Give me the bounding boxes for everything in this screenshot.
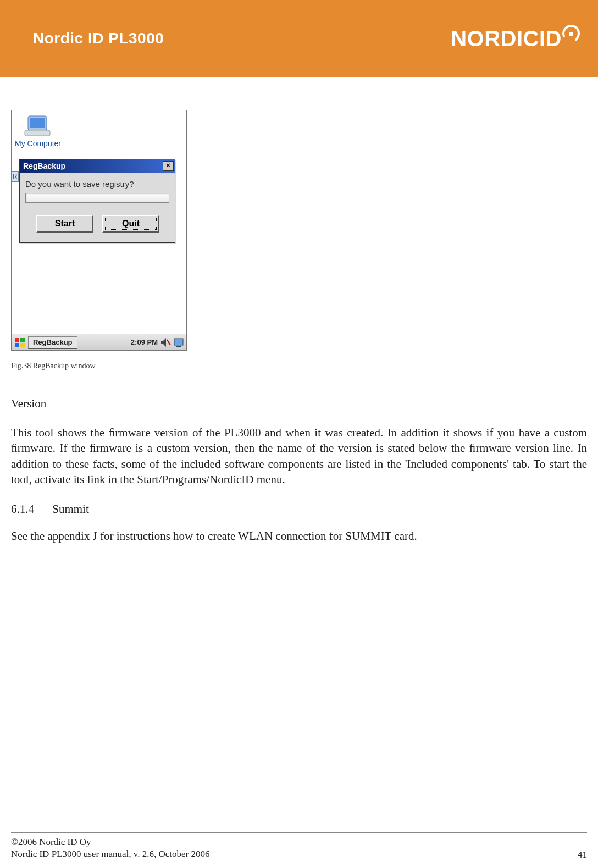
svg-rect-6	[15, 343, 19, 347]
summit-title: Summit	[52, 502, 89, 516]
dialog-message: Do you want to save registry?	[25, 179, 169, 189]
taskbar: RegBackup 2:09 PM	[12, 334, 186, 350]
r-tab[interactable]: R	[12, 171, 19, 182]
desktop-area: My Computer R RegBackup × Do you want to…	[12, 110, 186, 334]
system-tray: 2:09 PM	[131, 337, 184, 348]
svg-rect-4	[15, 338, 19, 342]
dialog-title: RegBackup	[23, 162, 65, 170]
dialog-body: Do you want to save registry? Start Quit	[20, 173, 175, 242]
svg-marker-8	[161, 338, 166, 347]
page-footer: ©2006 Nordic ID Oy Nordic ID PL3000 user…	[11, 832, 587, 860]
start-button[interactable]: Start	[36, 215, 93, 233]
version-body: This tool shows the ﬁrmware version of t…	[11, 425, 587, 487]
clock: 2:09 PM	[131, 338, 158, 346]
header-title: Nordic ID PL3000	[33, 30, 164, 47]
svg-point-0	[569, 32, 573, 36]
version-heading: Version	[11, 397, 587, 411]
screenshot-figure: My Computer R RegBackup × Do you want to…	[11, 110, 187, 351]
summit-body: See the appendix J for instructions how …	[11, 528, 587, 544]
logo-text: NORDICID	[451, 26, 562, 51]
svg-rect-10	[174, 339, 183, 345]
footer-left: ©2006 Nordic ID Oy Nordic ID PL3000 user…	[11, 836, 210, 860]
dialog-titlebar: RegBackup ×	[20, 159, 175, 173]
summit-number: 6.1.4	[11, 502, 49, 516]
logo-swirl-icon	[561, 23, 582, 42]
figure-caption: Fig.38 RegBackup window	[11, 362, 587, 371]
my-computer-label: My Computer	[15, 139, 61, 148]
page-content: My Computer R RegBackup × Do you want to…	[0, 77, 598, 544]
close-button[interactable]: ×	[163, 161, 174, 171]
desktop-tray-icon[interactable]	[173, 337, 184, 348]
svg-rect-5	[20, 338, 25, 342]
page-number: 41	[578, 849, 587, 860]
svg-rect-11	[176, 346, 181, 347]
quit-button[interactable]: Quit	[102, 215, 159, 233]
my-computer-icon[interactable]: My Computer	[15, 114, 61, 148]
computer-icon	[24, 114, 52, 138]
device-screenshot: My Computer R RegBackup × Do you want to…	[11, 110, 187, 351]
regbackup-dialog: RegBackup × Do you want to save registry…	[19, 159, 175, 243]
start-icon[interactable]	[14, 336, 26, 349]
header-bar: Nordic ID PL3000 NORDICID	[0, 0, 598, 77]
progress-bar	[25, 193, 169, 203]
summit-heading: 6.1.4 Summit	[11, 502, 587, 516]
header-logo: NORDICID	[451, 26, 582, 51]
svg-rect-2	[30, 118, 45, 128]
taskbar-app-button[interactable]: RegBackup	[28, 336, 77, 349]
footer-doc-info: Nordic ID PL3000 user manual, v. 2.6, Oc…	[11, 848, 210, 860]
footer-copyright: ©2006 Nordic ID Oy	[11, 836, 210, 848]
svg-rect-7	[20, 343, 25, 347]
svg-rect-3	[25, 130, 50, 136]
volume-mute-icon[interactable]	[160, 337, 171, 348]
svg-line-9	[167, 340, 170, 345]
dialog-button-row: Start Quit	[25, 215, 169, 233]
